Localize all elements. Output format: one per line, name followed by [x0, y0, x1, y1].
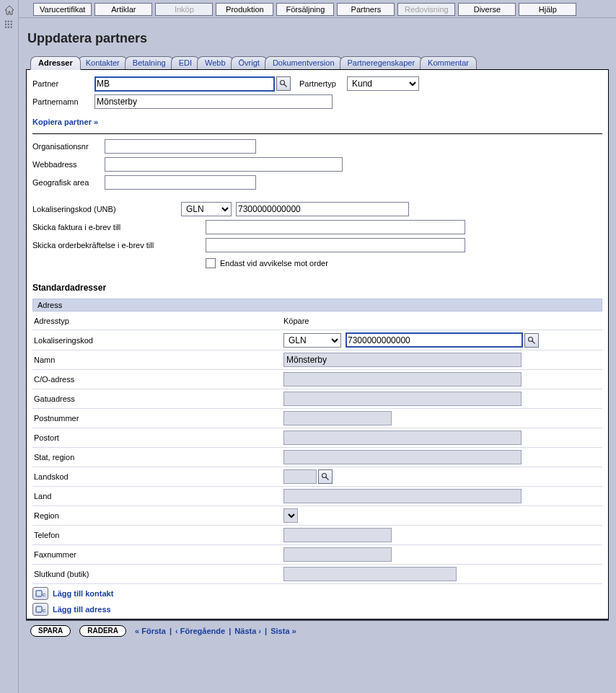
webbadress-label: Webbadress	[32, 160, 105, 169]
tab-edi[interactable]: EDI	[171, 56, 200, 69]
tab-webb[interactable]: Webb	[197, 56, 234, 69]
tab-dokumentversion[interactable]: Dokumentversion	[265, 56, 343, 69]
address-co-field	[283, 372, 522, 387]
left-rail: ▪▪▪▪▪▪▪▪▪	[0, 0, 19, 693]
menu-försäljning[interactable]: Försäljning	[276, 3, 334, 16]
address-row-adresstyp: AdresstypKöpare	[32, 312, 602, 330]
add-address-icon[interactable]: c	[32, 603, 48, 616]
tab-övrigt[interactable]: Övrigt	[231, 56, 268, 69]
add-contact-link[interactable]: Lägg till kontakt	[53, 589, 113, 598]
address-label-lokaliseringskod: Lokaliseringskod	[34, 336, 283, 345]
organisationsnr-input[interactable]	[105, 139, 256, 154]
menu-produktion[interactable]: Produktion	[216, 3, 273, 16]
menu-varucertifikat[interactable]: Varucertifikat	[33, 3, 92, 16]
address-gatuadress-field	[283, 392, 522, 406]
partnertyp-label: Partnertyp	[299, 79, 347, 88]
pager-first[interactable]: « Första	[135, 627, 166, 635]
partnernamn-input[interactable]	[94, 94, 333, 109]
address-row-lokaliseringskod: LokaliseringskodGLN	[32, 330, 602, 350]
address-postort-field	[283, 431, 522, 445]
svg-line-1	[284, 84, 287, 87]
address-label-adresstyp: Adresstyp	[34, 317, 283, 325]
address-label-land: Land	[34, 492, 283, 500]
address-label-co: C/O-adress	[34, 375, 283, 384]
home-icon[interactable]	[4, 4, 15, 16]
svg-line-3	[532, 340, 535, 343]
tab-kommentar[interactable]: Kommentar	[420, 56, 477, 69]
svg-point-4	[322, 474, 327, 478]
top-menu: VarucertifikatArtiklarInköpProduktionFör…	[19, 0, 616, 18]
deviation-checkbox[interactable]	[206, 258, 216, 268]
partner-input[interactable]	[94, 76, 275, 92]
address-region-select[interactable]	[283, 508, 298, 523]
address-row-slutkund: Slutkund (butik)	[32, 565, 602, 584]
add-contact-icon[interactable]: c	[32, 587, 48, 600]
lokaliseringskod-unb-input[interactable]	[236, 202, 409, 216]
address-land-field	[283, 489, 522, 503]
pager-last[interactable]: Sista »	[270, 627, 296, 635]
partner-label: Partner	[32, 79, 94, 88]
tab-panel-adresser: Partner Partnertyp Kund Partnernamn Kopi…	[26, 70, 609, 619]
page-title: Uppdatera partners	[26, 25, 609, 56]
address-row-region: Region	[32, 506, 602, 526]
pager-next[interactable]: Nästa ›	[234, 627, 261, 635]
address-landskod-lookup-button[interactable]	[318, 469, 333, 484]
pager: « Första | ‹ Föregående | Nästa › | Sist…	[135, 627, 296, 635]
save-button[interactable]: SPARA	[30, 625, 71, 637]
pager-prev[interactable]: ‹ Föregående	[175, 627, 225, 635]
address-row-namn: Namn	[32, 350, 602, 370]
grip-icon: ▪▪▪▪▪▪▪▪▪	[5, 20, 14, 29]
partnertyp-select[interactable]: Kund	[347, 76, 419, 91]
menu-redovisning: Redovisning	[397, 3, 455, 16]
webbadress-input[interactable]	[105, 157, 343, 172]
faktura-ebrev-input[interactable]	[206, 220, 465, 234]
address-label-fax: Faxnummer	[34, 550, 283, 559]
address-lokaliseringskod-type-select[interactable]: GLN	[283, 333, 341, 348]
lokaliseringskod-unb-type-select[interactable]: GLN	[181, 202, 232, 216]
address-lokaliseringskod-lookup-button[interactable]	[524, 333, 539, 348]
address-slutkund-field	[283, 567, 457, 581]
address-row-gatuadress: Gatuadress	[32, 389, 602, 409]
address-row-fax: Faxnummer	[32, 545, 602, 565]
address-landskod-field	[283, 469, 317, 484]
copy-partner-link[interactable]: Kopiera partner »	[32, 118, 98, 126]
tab-kontakter[interactable]: Kontakter	[78, 56, 128, 69]
order-ebrev-label: Skicka orderbekräftelse i e-brev till	[32, 241, 206, 250]
address-label-namn: Namn	[34, 356, 283, 364]
address-telefon-field	[283, 528, 392, 542]
address-label-gatuadress: Gatuadress	[34, 394, 283, 403]
tab-row: AdresserKontakterBetalningEDIWebbÖvrigtD…	[26, 56, 609, 70]
address-stat-field	[283, 450, 522, 464]
delete-button[interactable]: RADERA	[79, 625, 126, 637]
address-row-land: Land	[32, 487, 602, 506]
menu-diverse[interactable]: Diverse	[458, 3, 516, 16]
address-row-postort: Postort	[32, 428, 602, 448]
address-row-postnummer: Postnummer	[32, 409, 602, 428]
tab-partneregenskaper[interactable]: Partneregenskaper	[340, 56, 423, 69]
footer-bar: SPARA RADERA « Första | ‹ Föregående | N…	[26, 619, 609, 644]
geografisk-area-input[interactable]	[105, 175, 256, 190]
partner-lookup-button[interactable]	[276, 76, 291, 91]
svg-text:c: c	[43, 607, 45, 614]
address-row-landskod: Landskod	[32, 467, 602, 487]
address-namn-field	[283, 353, 522, 367]
address-label-postnummer: Postnummer	[34, 414, 283, 423]
order-ebrev-input[interactable]	[206, 238, 465, 252]
tab-adresser[interactable]: Adresser	[30, 56, 81, 70]
address-label-landskod: Landskod	[34, 472, 283, 481]
menu-artiklar[interactable]: Artiklar	[94, 3, 152, 16]
menu-partners[interactable]: Partners	[337, 3, 395, 16]
tab-betalning[interactable]: Betalning	[125, 56, 174, 69]
address-label-slutkund: Slutkund (butik)	[34, 570, 283, 578]
geografisk-area-label: Geografisk area	[32, 178, 105, 187]
address-value-adresstyp: Köpare	[283, 317, 309, 325]
deviation-label: Endast vid avvikelse mot order	[220, 259, 328, 268]
address-label-telefon: Telefon	[34, 531, 283, 539]
standard-addresses-heading: Standardadresser	[32, 283, 602, 293]
address-postnummer-field	[283, 411, 392, 425]
menu-inköp: Inköp	[155, 3, 213, 16]
add-address-link[interactable]: Lägg till adress	[53, 605, 111, 614]
address-label-postort: Postort	[34, 433, 283, 442]
address-lokaliseringskod-input[interactable]	[346, 332, 523, 348]
menu-hjälp[interactable]: Hjälp	[519, 3, 576, 16]
